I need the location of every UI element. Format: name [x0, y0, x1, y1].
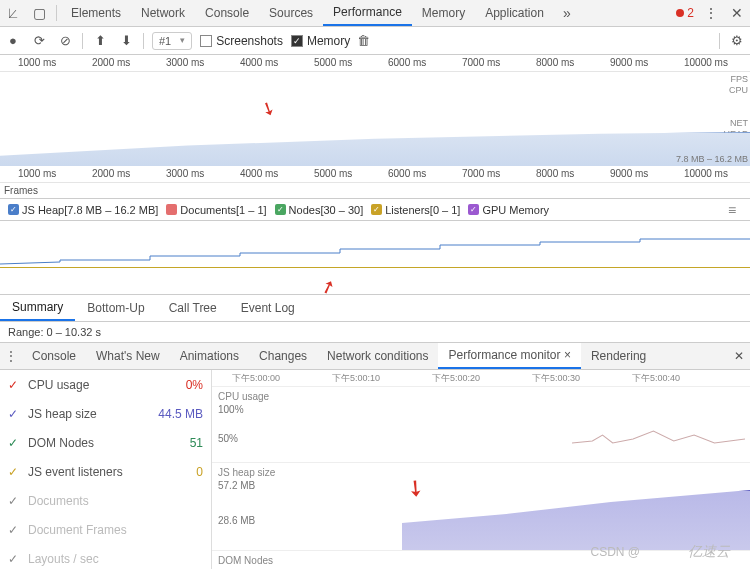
legend-gpu-memory[interactable]: ✓GPU Memory	[468, 204, 549, 216]
legend-js-heap[interactable]: ✓JS Heap[7.8 MB – 16.2 MB]	[8, 204, 158, 216]
pm-metric-listeners[interactable]: ✓JS event listeners0	[0, 457, 211, 486]
tab-bottom-up[interactable]: Bottom-Up	[75, 295, 156, 321]
legend-listeners[interactable]: ✓Listeners[0 – 1]	[371, 204, 460, 216]
net-label: NET	[723, 118, 748, 129]
section-title: DOM Nodes	[218, 555, 744, 566]
tick: 5000 ms	[314, 168, 352, 179]
recording-selector[interactable]: #1	[152, 32, 192, 50]
tab-memory[interactable]: Memory	[412, 0, 475, 26]
drawer-tab-whats-new[interactable]: What's New	[86, 343, 170, 369]
legend-label: JS Heap[7.8 MB – 16.2 MB]	[22, 204, 158, 216]
legend-label: Listeners[0 – 1]	[385, 204, 460, 216]
drawer-tab-rendering[interactable]: Rendering	[581, 343, 656, 369]
close-drawer-icon[interactable]: ✕	[728, 349, 750, 363]
frames-track-label[interactable]: Frames	[0, 183, 750, 199]
close-tab-icon[interactable]: ×	[564, 348, 571, 362]
pm-metric-value: 44.5 MB	[158, 407, 203, 421]
y-label: 100%	[218, 404, 744, 415]
separator	[82, 33, 83, 49]
close-devtools-icon[interactable]: ✕	[724, 5, 750, 21]
error-count[interactable]: 2	[687, 6, 694, 20]
drawer-menu-icon[interactable]: ⋮	[0, 349, 22, 363]
pm-chart-area: 下午5:00:00 下午5:00:10 下午5:00:20 下午5:00:30 …	[212, 370, 750, 569]
watermark-csdn: CSDN @	[590, 545, 640, 559]
tick: 7000 ms	[462, 168, 500, 179]
tick: 6000 ms	[388, 168, 426, 179]
tab-application[interactable]: Application	[475, 0, 554, 26]
tick: 8000 ms	[536, 168, 574, 179]
pm-metric-name: DOM Nodes	[28, 436, 182, 450]
overview-track-labels: FPS CPU NET HEAP	[723, 74, 748, 140]
section-title: CPU usage	[218, 391, 744, 402]
capture-settings-button[interactable]: ⚙	[724, 33, 750, 48]
flame-ruler[interactable]: 1000 ms 2000 ms 3000 ms 4000 ms 5000 ms …	[0, 166, 750, 183]
pm-metric-name: Documents	[28, 494, 203, 508]
device-toolbar-icon[interactable]: ▢	[26, 5, 52, 21]
separator	[143, 33, 144, 49]
legend-nodes[interactable]: ✓Nodes[30 – 30]	[275, 204, 364, 216]
memory-chart[interactable]: ➚	[0, 221, 750, 295]
tick: 下午5:00:40	[632, 372, 680, 385]
cpu-sparkline	[572, 425, 745, 445]
load-profile-button[interactable]: ⬆	[87, 33, 113, 48]
more-tabs-icon[interactable]: »	[554, 5, 580, 21]
tick: 9000 ms	[610, 57, 648, 68]
pm-heap-section: JS heap size 57.2 MB 28.6 MB ➘	[212, 462, 750, 550]
pm-metric-frames[interactable]: ✓Document Frames	[0, 515, 211, 544]
pm-cpu-section: CPU usage 100% 50%	[212, 386, 750, 462]
kebab-menu-icon[interactable]: ⋮	[698, 5, 724, 21]
memory-checkbox[interactable]: ✓	[291, 35, 303, 47]
collect-garbage-button[interactable]: 🗑	[350, 33, 376, 48]
tab-summary[interactable]: Summary	[0, 295, 75, 321]
tick: 2000 ms	[92, 57, 130, 68]
legend-documents[interactable]: Documents[1 – 1]	[166, 204, 266, 216]
tick: 1000 ms	[18, 57, 56, 68]
pm-metric-cpu[interactable]: ✓CPU usage0%	[0, 370, 211, 399]
pm-metric-heap[interactable]: ✓JS heap size44.5 MB	[0, 399, 211, 428]
inspect-icon[interactable]: ⟀	[0, 5, 26, 21]
details-tabs: Summary Bottom-Up Call Tree Event Log	[0, 295, 750, 322]
drawer-tabs: ⋮ Console What's New Animations Changes …	[0, 343, 750, 370]
overview-panel[interactable]: FPS CPU NET HEAP 7.8 MB – 16.2 MB ➘	[0, 72, 750, 166]
tick: 8000 ms	[536, 57, 574, 68]
overview-ruler[interactable]: 1000 ms 2000 ms 3000 ms 4000 ms 5000 ms …	[0, 55, 750, 72]
pm-metric-value: 0	[196, 465, 203, 479]
screenshots-checkbox[interactable]	[200, 35, 212, 47]
memory-legend: ✓JS Heap[7.8 MB – 16.2 MB] Documents[1 –…	[0, 199, 750, 221]
tab-performance[interactable]: Performance	[323, 0, 412, 26]
tick: 6000 ms	[388, 57, 426, 68]
section-title: JS heap size	[218, 467, 744, 478]
tab-call-tree[interactable]: Call Tree	[157, 295, 229, 321]
drawer-tab-animations[interactable]: Animations	[170, 343, 249, 369]
error-indicator-icon[interactable]	[676, 9, 684, 17]
record-button[interactable]: ●	[0, 33, 26, 48]
watermark-yisu: 亿速云	[688, 543, 730, 561]
tick: 7000 ms	[462, 57, 500, 68]
tick: 下午5:00:30	[532, 372, 580, 385]
heap-area-chart	[402, 490, 750, 550]
tick: 下午5:00:20	[432, 372, 480, 385]
tab-elements[interactable]: Elements	[61, 0, 131, 26]
tick: 4000 ms	[240, 168, 278, 179]
save-profile-button[interactable]: ⬇	[113, 33, 139, 48]
pm-metric-name: Document Frames	[28, 523, 203, 537]
drawer-tab-performance-monitor[interactable]: Performance monitor ×	[438, 343, 580, 369]
pm-metric-documents[interactable]: ✓Documents	[0, 486, 211, 515]
pm-metric-layouts[interactable]: ✓Layouts / sec	[0, 544, 211, 569]
hamburger-icon[interactable]: ≡	[722, 202, 742, 218]
drawer-tab-network-conditions[interactable]: Network conditions	[317, 343, 438, 369]
tab-console[interactable]: Console	[195, 0, 259, 26]
reload-record-button[interactable]: ⟳	[26, 33, 52, 48]
tab-sources[interactable]: Sources	[259, 0, 323, 26]
drawer-tab-label: Performance monitor	[448, 348, 560, 362]
heap-overview-area	[0, 132, 750, 166]
devtools-top-bar: ⟀ ▢ Elements Network Console Sources Per…	[0, 0, 750, 27]
tab-event-log[interactable]: Event Log	[229, 295, 307, 321]
drawer-tab-console[interactable]: Console	[22, 343, 86, 369]
tab-network[interactable]: Network	[131, 0, 195, 26]
clear-button[interactable]: ⊘	[52, 33, 78, 48]
pm-metric-list: ✓CPU usage0% ✓JS heap size44.5 MB ✓DOM N…	[0, 370, 212, 569]
drawer-tab-changes[interactable]: Changes	[249, 343, 317, 369]
pm-metric-dom[interactable]: ✓DOM Nodes51	[0, 428, 211, 457]
cpu-label: CPU	[723, 85, 748, 96]
